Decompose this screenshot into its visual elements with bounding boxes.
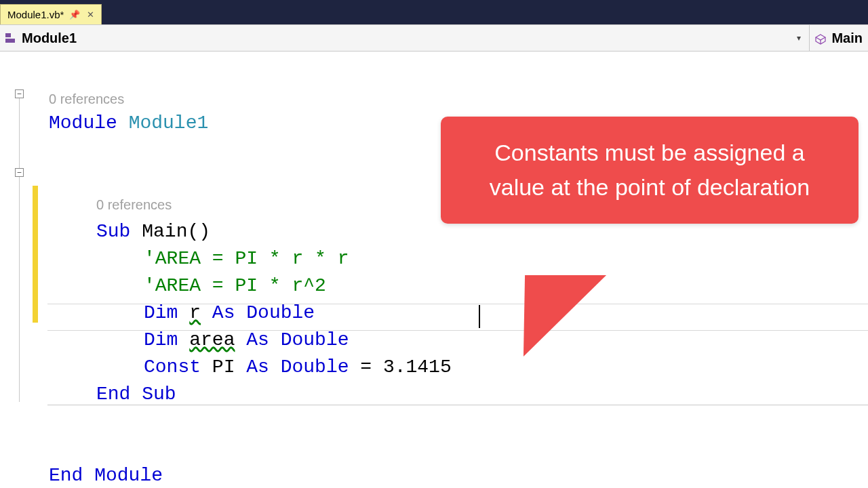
codelens-references[interactable]: 0 references [49,88,868,110]
close-icon[interactable]: ✕ [85,9,96,20]
code-editor[interactable]: − − 0 referencesModule Module1 0 referen… [0,52,868,488]
module-icon [5,33,18,43]
editor-bottom-rule [47,405,868,405]
file-tab-active[interactable]: Module1.vb* 📌 ✕ [0,4,102,24]
tab-strip: Module1.vb* 📌 ✕ [0,4,868,24]
chevron-down-icon[interactable]: ▾ [794,30,804,45]
editor-gutter [0,52,33,488]
module-dropdown[interactable]: Module1 ▾ [0,25,810,51]
method-icon [815,33,826,43]
member-name-label: Main [831,30,863,46]
annotation-callout: Constants must be assigned a value at th… [441,117,859,224]
tab-filename: Module1.vb* [7,9,64,20]
pin-icon[interactable]: 📌 [68,9,81,20]
module-name-label: Module1 [22,30,77,46]
callout-text: Constants must be assigned a value at th… [490,140,810,200]
fold-toggle-sub[interactable]: − [15,168,24,177]
codelens-references[interactable]: 0 references [49,194,172,216]
member-dropdown[interactable]: Main [810,25,868,51]
navigation-bar: Module1 ▾ Main [0,24,868,52]
fold-guide-line [19,98,20,402]
text-caret [479,305,480,328]
svg-marker-0 [816,35,825,40]
fold-toggle-module[interactable]: − [15,89,24,98]
